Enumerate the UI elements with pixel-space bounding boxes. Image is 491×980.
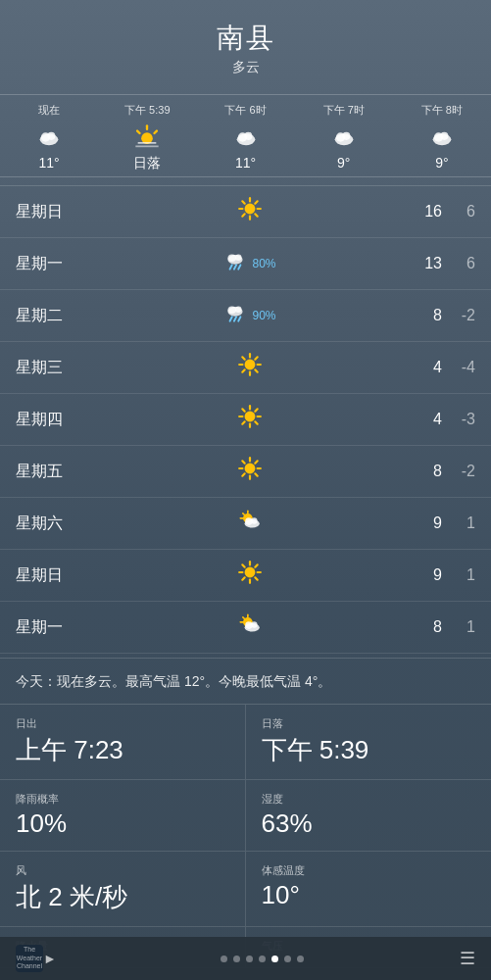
bottom-bar: TheWeatherChannel ► ☰	[0, 937, 491, 980]
svg-line-32	[239, 265, 241, 269]
svg-line-62	[242, 461, 244, 463]
page-dot[interactable]	[246, 956, 253, 962]
detail-label: 风	[16, 863, 229, 878]
city-name: 南县	[0, 20, 491, 57]
detail-cell: 日出 上午 7:23	[0, 705, 246, 780]
detail-value: 上午 7:23	[16, 733, 229, 767]
svg-line-78	[242, 564, 244, 566]
daily-day: 星期一	[16, 617, 86, 638]
svg-point-18	[244, 204, 255, 215]
hourly-strip: 现在 11° 下午 5:39 日落 下午 6时 11° 下午 7时 9° 下午 …	[0, 94, 491, 177]
svg-line-26	[242, 214, 244, 216]
daily-icon-wrap	[86, 612, 413, 643]
svg-point-29	[235, 255, 242, 262]
logo-text: TheWeatherChannel	[17, 946, 42, 970]
daily-icon-wrap	[86, 560, 413, 591]
svg-point-28	[228, 255, 237, 263]
details-grid: 日出 上午 7:23 日落 下午 5:39 降雨概率 10% 湿度 63% 风 …	[0, 705, 491, 968]
svg-line-31	[234, 265, 236, 269]
daily-high: 4	[413, 359, 442, 376]
detail-value: 10%	[16, 808, 229, 839]
hourly-temp: 9°	[299, 155, 389, 171]
svg-point-14	[342, 132, 350, 140]
daily-icon-wrap	[86, 508, 413, 539]
detail-label: 湿度	[262, 792, 476, 807]
daily-icon	[222, 248, 248, 279]
hourly-item: 下午 8时 9°	[393, 103, 491, 172]
daily-icon-wrap	[86, 196, 413, 227]
svg-line-23	[242, 201, 244, 203]
svg-point-48	[244, 412, 255, 422]
svg-line-69	[242, 514, 244, 515]
daily-low: 6	[442, 255, 475, 272]
daily-icon-wrap	[86, 456, 413, 487]
daily-day: 星期一	[16, 254, 86, 274]
daily-day: 星期六	[16, 514, 86, 534]
svg-point-17	[440, 132, 448, 140]
detail-cell: 湿度 63%	[246, 780, 492, 852]
svg-line-37	[234, 317, 236, 320]
daily-low: -3	[442, 411, 475, 428]
svg-line-53	[242, 409, 244, 411]
page-dot[interactable]	[271, 956, 278, 962]
svg-line-56	[242, 421, 244, 423]
detail-label: 降雨概率	[16, 792, 229, 807]
daily-day: 星期日	[16, 565, 86, 586]
daily-high: 8	[413, 307, 442, 324]
daily-high: 13	[413, 255, 442, 272]
daily-low: 1	[442, 618, 475, 636]
page-dot[interactable]	[259, 956, 266, 962]
svg-point-88	[251, 621, 258, 628]
daily-low: 1	[442, 514, 475, 532]
svg-line-54	[255, 421, 257, 423]
svg-line-25	[255, 201, 257, 203]
daily-row: 星期日 16 6	[0, 186, 491, 238]
daily-icon	[237, 196, 263, 227]
detail-label: 日落	[262, 716, 476, 731]
app-container: 南县 多云 现在 11° 下午 5:39 日落 下午 6时 11° 下午 7时	[0, 0, 491, 980]
svg-point-2	[47, 132, 55, 140]
daily-icon	[237, 404, 263, 435]
daily-low: -4	[442, 359, 475, 376]
hourly-item: 下午 5:39 日落	[98, 103, 196, 172]
detail-value: 10°	[262, 880, 476, 910]
location-icon[interactable]: ►	[43, 951, 57, 966]
hourly-icon	[299, 123, 389, 151]
detail-cell: 降雨概率 10%	[0, 780, 246, 852]
precip-pct: 80%	[252, 257, 275, 270]
menu-icon[interactable]: ☰	[460, 948, 475, 969]
svg-line-30	[230, 265, 232, 269]
daily-day: 星期五	[16, 462, 86, 482]
detail-cell: 日落 下午 5:39	[246, 705, 492, 780]
svg-line-36	[230, 317, 232, 320]
daily-high: 8	[413, 618, 442, 636]
daily-low: -2	[442, 463, 475, 480]
daily-row: 星期四 4 -3	[0, 394, 491, 446]
svg-line-65	[242, 473, 244, 475]
weather-channel-logo: TheWeatherChannel	[16, 945, 43, 972]
svg-line-44	[242, 357, 244, 359]
hourly-label: 下午 5:39	[102, 103, 192, 118]
precip-pct: 90%	[252, 309, 275, 322]
hourly-label: 现在	[4, 103, 94, 118]
detail-value: 下午 5:39	[262, 733, 476, 767]
daily-icon	[222, 300, 248, 331]
daily-icon-wrap	[86, 404, 413, 435]
daily-row: 星期日 9 1	[0, 550, 491, 602]
detail-value: 63%	[262, 808, 476, 839]
hourly-label: 下午 6时	[200, 103, 290, 118]
hourly-temp: 11°	[4, 155, 94, 171]
svg-point-35	[235, 307, 242, 314]
daily-row: 星期六 9 1	[0, 498, 491, 550]
daily-day: 星期三	[16, 358, 86, 378]
daily-icon-wrap: 90%	[86, 300, 413, 331]
page-dot[interactable]	[297, 956, 304, 962]
page-dot[interactable]	[221, 956, 227, 962]
hourly-temp: 9°	[397, 155, 487, 171]
weather-description: 今天：现在多云。最高气温 12°。今晚最低气温 4°。	[0, 658, 491, 705]
page-dot[interactable]	[233, 956, 240, 962]
svg-line-85	[242, 617, 244, 619]
daily-icon	[237, 456, 263, 487]
page-dot[interactable]	[284, 956, 291, 962]
daily-icon-wrap	[86, 352, 413, 383]
